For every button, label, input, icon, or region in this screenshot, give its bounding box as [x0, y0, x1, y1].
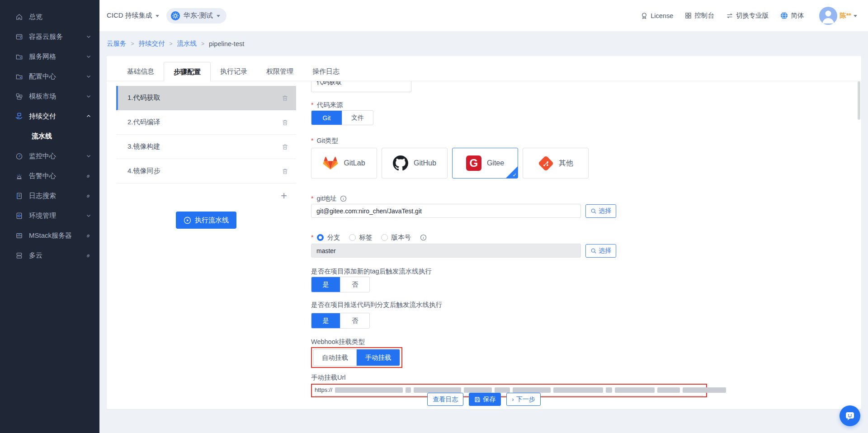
step-item-image-sync[interactable]: 4.镜像同步	[116, 159, 296, 184]
console-button[interactable]: 控制台	[685, 11, 714, 20]
form-scrollbar[interactable]	[858, 81, 860, 120]
webhook-highlight-box: 自动挂载 手动挂载	[311, 347, 402, 368]
tab-permission[interactable]: 权限管理	[257, 62, 303, 81]
chevron-down-icon	[86, 34, 91, 39]
push-trigger-yes[interactable]: 是	[311, 313, 340, 328]
radio-version[interactable]: 版本号	[381, 233, 411, 242]
run-pipeline-button[interactable]: 执行流水线	[176, 212, 236, 229]
sidebar-item-overview[interactable]: 总览	[0, 7, 99, 27]
user-menu[interactable]: 陈**	[819, 7, 857, 25]
tab-basic-info[interactable]: 基础信息	[118, 62, 164, 81]
template-market-icon	[15, 92, 23, 100]
tag-trigger-yes[interactable]: 是	[311, 277, 340, 292]
info-icon[interactable]	[420, 234, 427, 241]
sidebar-item-mstack-server[interactable]: MStack服务器	[0, 226, 99, 245]
git-type-gitlab[interactable]: GitLab	[311, 148, 377, 179]
webhook-manual[interactable]: 手动挂载	[357, 349, 400, 366]
github-icon	[393, 155, 408, 171]
step-item-image-build[interactable]: 3.镜像构建	[116, 135, 296, 159]
chevron-down-icon	[217, 15, 220, 19]
required-asterisk: *	[311, 234, 313, 241]
radio-tag[interactable]: 标签	[349, 233, 372, 242]
locale-label: 简体	[791, 11, 804, 20]
git-type-other[interactable]: 其他	[523, 148, 589, 179]
next-step-button[interactable]: › 下一步	[506, 393, 540, 406]
tab-exec-records[interactable]: 执行记录	[211, 62, 257, 81]
breadcrumb-link[interactable]: 流水线	[177, 39, 197, 48]
git-url-select-button[interactable]: 选择	[585, 204, 616, 218]
step-label: 3.镜像构建	[127, 142, 160, 151]
redacted-block	[513, 387, 551, 393]
delete-step-icon[interactable]	[282, 168, 288, 175]
tag-trigger-no[interactable]: 否	[340, 277, 369, 292]
step-item-code-compile[interactable]: 2.代码编译	[116, 110, 296, 135]
git-type-gitee[interactable]: G Gitee ✓	[452, 148, 518, 179]
sidebar-item-continuous-delivery[interactable]: 持续交付	[0, 106, 99, 126]
breadcrumb-link[interactable]: 持续交付	[139, 39, 165, 48]
chevron-down-icon	[86, 213, 91, 218]
info-icon[interactable]	[340, 195, 347, 202]
source-option-git[interactable]: Git	[311, 111, 342, 125]
pipeline-detail-card: 基础信息 步骤配置 执行记录 权限管理 操作日志 1.代码获取 2.代码编译	[107, 56, 861, 409]
product-switcher[interactable]: CICD 持续集成	[107, 11, 159, 20]
region-selector[interactable]: 华东-测试	[166, 8, 226, 24]
sidebar-item-log-search[interactable]: 日志搜索	[0, 186, 99, 206]
tab-bar: 基础信息 步骤配置 执行记录 权限管理 操作日志	[107, 56, 861, 81]
sidebar-item-label: 配置中心	[29, 72, 56, 81]
external-link-icon	[85, 193, 91, 199]
step-config-form: 代码获取 * 代码来源 Git 文件 * Git类型	[311, 81, 861, 398]
sidebar-item-env-management[interactable]: 环境管理	[0, 206, 99, 226]
tab-step-config[interactable]: 步骤配置	[164, 62, 211, 81]
webhook-auto[interactable]: 自动挂载	[314, 349, 357, 366]
product-switcher-label: CICD 持续集成	[107, 11, 152, 20]
search-icon	[590, 208, 597, 214]
radio-branch[interactable]: 分支	[317, 233, 340, 242]
tab-operation-log[interactable]: 操作日志	[303, 62, 349, 81]
delete-step-icon[interactable]	[282, 94, 288, 102]
chevron-right-icon: ›	[512, 396, 514, 402]
branch-input[interactable]: master	[311, 244, 581, 258]
env-management-icon	[15, 212, 23, 220]
external-link-icon	[85, 253, 91, 259]
required-asterisk: *	[311, 100, 313, 109]
step-item-code-fetch[interactable]: 1.代码获取	[116, 86, 296, 110]
step-label: 2.代码编译	[127, 118, 160, 127]
breadcrumb-link[interactable]: 云服务	[107, 39, 127, 48]
config-center-icon	[15, 72, 23, 80]
push-trigger-no[interactable]: 否	[340, 313, 369, 328]
view-log-button[interactable]: 查看日志	[427, 393, 463, 406]
sidebar-item-multi-cloud[interactable]: 多云	[0, 245, 99, 265]
switch-pro-button[interactable]: 切换专业版	[726, 11, 769, 20]
sidebar-item-container-cloud[interactable]: 容器云服务	[0, 27, 99, 47]
git-type-github[interactable]: GitHub	[382, 148, 448, 179]
breadcrumb-separator: >	[131, 41, 134, 47]
save-button[interactable]: 保存	[469, 393, 501, 406]
sidebar-item-monitor-center[interactable]: 监控中心	[0, 146, 99, 166]
step-name-input[interactable]: 代码获取	[311, 81, 411, 92]
chevron-down-icon	[86, 54, 91, 59]
locale-button[interactable]: 简体	[780, 11, 804, 20]
form-footer: 查看日志 保存 › 下一步	[107, 393, 861, 406]
git-url-input[interactable]: git@gitee.com:niro_chen/JavaTest.git	[311, 204, 581, 218]
top-header: CICD 持续集成 华东-测试 License 控制台	[99, 0, 868, 31]
source-toggle: Git 文件	[311, 110, 373, 125]
source-option-file[interactable]: 文件	[342, 111, 373, 125]
tag-trigger-label: 是否在项目添加新的tag后触发流水线执行	[311, 267, 861, 276]
sidebar-item-service-mesh[interactable]: 服务网格	[0, 47, 99, 66]
chat-smiley-icon	[844, 410, 855, 421]
sidebar-item-config-center[interactable]: 配置中心	[0, 66, 99, 86]
license-button[interactable]: License	[641, 12, 673, 19]
continuous-delivery-icon	[15, 112, 23, 120]
add-step-icon[interactable]: +	[281, 190, 287, 201]
external-link-icon	[85, 233, 91, 239]
delete-step-icon[interactable]	[282, 119, 288, 126]
tag-trigger-toggle: 是 否	[311, 277, 370, 292]
sidebar-item-pipeline[interactable]: 流水线	[0, 126, 99, 146]
branch-select-button[interactable]: 选择	[585, 244, 616, 258]
step-name-value: 代码获取	[316, 81, 342, 86]
ref-type-radios: * 分支 标签 版本号	[311, 233, 861, 242]
sidebar-item-alarm-center[interactable]: 告警中心	[0, 166, 99, 186]
delete-step-icon[interactable]	[282, 143, 288, 151]
chat-support-button[interactable]	[840, 405, 860, 426]
sidebar-item-template-market[interactable]: 模板市场	[0, 86, 99, 106]
